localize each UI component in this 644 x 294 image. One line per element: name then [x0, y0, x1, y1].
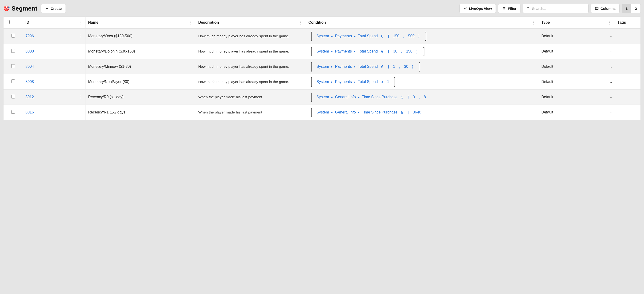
segment-id-link[interactable]: 8004 [25, 64, 34, 69]
row-checkbox[interactable] [11, 95, 15, 99]
condition-low-value: 0 [412, 95, 416, 99]
row-checkbox[interactable] [11, 79, 15, 83]
column-menu-icon[interactable]: ⋮ [187, 20, 193, 25]
condition-operator: ∈ [399, 110, 404, 115]
range-open: [ [386, 64, 391, 69]
chevron-down-icon[interactable]: ⌄ [610, 80, 612, 84]
chevron-right-icon: ▸ [331, 111, 333, 114]
condition-high-value: 30 [404, 64, 409, 69]
segment-id-link[interactable]: 8016 [25, 110, 34, 114]
row-checkbox[interactable] [11, 64, 15, 68]
segment-condition: [System▸Payments▸Total Spend<1] [308, 77, 536, 87]
chevron-right-icon: ▸ [354, 50, 356, 53]
segment-description: How much money player has already spent … [198, 79, 304, 84]
header-id[interactable]: ID ⋮ [23, 17, 86, 29]
create-button[interactable]: ＋ Create [41, 4, 66, 13]
liveops-view-button[interactable]: LiveOps View [460, 4, 496, 13]
segment-id-link[interactable]: 8012 [25, 95, 34, 99]
chevron-down-icon[interactable]: ⌄ [610, 95, 612, 99]
condition-path-segment: System [316, 64, 329, 69]
header-description[interactable]: Description ⋮ [196, 17, 306, 29]
bracket-close-icon: ] [418, 61, 421, 72]
row-menu-icon[interactable]: ⋮ [77, 110, 83, 115]
svg-line-1 [529, 9, 530, 10]
segment-name: Monetary/Orca ($150-500) [86, 29, 196, 44]
range-close: ) [410, 64, 415, 69]
page-button-1[interactable]: 1 [622, 4, 631, 13]
bracket-open-icon: [ [310, 77, 313, 87]
header-tags-label: Tags [618, 20, 626, 24]
chevron-right-icon: ▸ [358, 96, 360, 99]
columns-icon [595, 6, 599, 10]
condition-separator: , [398, 64, 402, 69]
filter-button[interactable]: Filter [498, 4, 520, 13]
column-menu-icon[interactable]: ⋮ [77, 20, 83, 25]
header-condition[interactable]: Condition ⋮ [306, 17, 539, 29]
header-name[interactable]: Name ⋮ [86, 17, 196, 29]
row-checkbox[interactable] [11, 110, 15, 114]
chevron-down-icon[interactable]: ⌄ [610, 34, 612, 38]
row-checkbox[interactable] [11, 49, 15, 53]
segment-type: Default [541, 110, 553, 114]
target-icon: 🎯 [3, 5, 10, 11]
row-menu-icon[interactable]: ⋮ [77, 95, 83, 100]
page-title: Segment [12, 5, 37, 12]
table-row: 8008⋮Monetary/NonPayer ($0)How much mone… [4, 74, 640, 90]
bracket-close-icon: ] [422, 46, 425, 56]
segment-id-link[interactable]: 8000 [25, 49, 34, 53]
segment-type: Default [541, 95, 553, 99]
condition-path-segment: Payments [335, 34, 352, 38]
segment-id-link[interactable]: 8008 [25, 80, 34, 84]
segment-description: When the player made his last payment [198, 95, 304, 100]
condition-path-segment: Time Since Purchase [362, 110, 398, 114]
chevron-right-icon: ▸ [354, 80, 356, 83]
table-row: 8012⋮Recency/R0 (<1 day)When the player … [4, 90, 640, 105]
row-menu-icon[interactable]: ⋮ [77, 79, 83, 84]
row-menu-icon[interactable]: ⋮ [77, 64, 83, 69]
row-checkbox[interactable] [11, 34, 15, 37]
bracket-close-icon: ] [424, 31, 428, 41]
condition-path-segment: System [316, 80, 329, 84]
range-close: ) [415, 49, 419, 54]
search-field[interactable] [523, 4, 588, 13]
header-type[interactable]: Type ⋮ [539, 17, 615, 29]
column-menu-icon[interactable]: ⋮ [297, 20, 304, 25]
search-input[interactable] [532, 6, 585, 10]
condition-path-segment: Total Spend [358, 80, 378, 84]
condition-path-segment: Total Spend [358, 49, 378, 53]
page-button-2[interactable]: 2 [631, 4, 641, 13]
segment-name: Monetary/Minnow ($1-30) [86, 59, 196, 74]
row-menu-icon[interactable]: ⋮ [77, 49, 83, 54]
condition-path-segment: Payments [335, 49, 352, 53]
column-menu-icon[interactable]: ⋮ [606, 20, 612, 25]
columns-button[interactable]: Columns [591, 4, 620, 13]
chevron-down-icon[interactable]: ⌄ [610, 49, 612, 53]
chevron-down-icon[interactable]: ⌄ [610, 65, 612, 68]
range-open: [ [406, 95, 410, 99]
filter-button-label: Filter [508, 6, 516, 10]
column-menu-icon[interactable]: ⋮ [530, 20, 536, 25]
condition-low-value: 150 [393, 34, 400, 38]
segment-condition: [System▸Payments▸Total Spend∈[30,150)] [308, 46, 536, 56]
header-tags[interactable]: Tags [615, 17, 640, 29]
condition-operator: ∈ [380, 34, 385, 38]
range-open: [ [386, 49, 391, 54]
segment-id-link[interactable]: 7996 [25, 34, 34, 38]
row-menu-icon[interactable]: ⋮ [77, 33, 83, 39]
bracket-open-icon: [ [310, 31, 313, 41]
segment-tags [615, 44, 640, 59]
select-all-checkbox[interactable] [6, 20, 10, 24]
condition-separator: , [402, 34, 406, 38]
table-header-row: ID ⋮ Name ⋮ Description ⋮ [4, 17, 640, 29]
condition-low-value: 8640 [412, 110, 422, 114]
segment-type: Default [541, 34, 553, 38]
condition-path-segment: System [316, 34, 329, 38]
segment-name: Monetary/Dolphin ($30-150) [86, 44, 196, 59]
segment-condition: [System▸General Info▸Time Since Purchase… [308, 107, 536, 118]
segment-description: When the player made his last payment [198, 110, 304, 115]
chevron-down-icon[interactable]: ⌄ [610, 110, 612, 114]
segment-description: How much money player has already spent … [198, 64, 304, 69]
chevron-right-icon: ▸ [331, 65, 333, 68]
svg-point-0 [527, 7, 529, 9]
condition-operator: ∈ [399, 95, 404, 99]
